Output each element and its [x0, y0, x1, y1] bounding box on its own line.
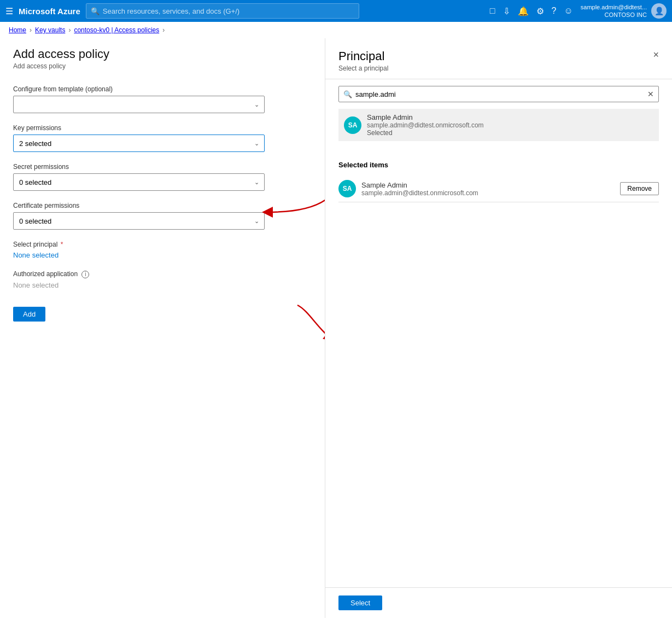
main-layout: Add access policy Add access policy Conf… — [0, 38, 672, 618]
secret-permissions-select-wrapper: 0 selected ⌄ — [13, 173, 265, 191]
principal-search-wrapper: 🔍 ✕ — [325, 79, 672, 109]
search-results: SA Sample Admin sample.admin@didtest.onm… — [325, 109, 672, 141]
help-icon[interactable]: ? — [552, 6, 557, 16]
template-select[interactable] — [13, 96, 265, 113]
user-info[interactable]: sample.admin@didtest... CONTOSO INC 👤 — [581, 3, 667, 19]
template-select-wrapper: ⌄ — [13, 96, 265, 113]
key-permissions-select[interactable]: 2 selected — [13, 135, 265, 152]
page-title: Add access policy — [13, 47, 312, 61]
cloud-shell-icon[interactable]: □ — [490, 6, 495, 16]
close-button[interactable]: × — [653, 49, 659, 61]
search-clear-icon[interactable]: ✕ — [647, 90, 654, 98]
user-org: CONTOSO INC — [581, 11, 647, 19]
right-panel-title: Principal — [338, 49, 388, 63]
global-search-input[interactable] — [103, 7, 354, 15]
cert-permissions-label: Certificate permissions — [13, 202, 312, 209]
avatar[interactable]: 👤 — [651, 3, 667, 19]
info-icon[interactable]: i — [81, 271, 89, 278]
selected-section-title: Selected items — [338, 161, 659, 169]
selected-item: SA Sample Admin sample.admin@didtest.onm… — [338, 176, 659, 202]
template-section: Configure from template (optional) ⌄ — [13, 85, 312, 113]
global-search-box[interactable]: 🔍 — [86, 3, 359, 19]
template-label: Configure from template (optional) — [13, 85, 312, 93]
left-panel: Add access policy Add access policy Conf… — [0, 38, 325, 618]
user-name: sample.admin@didtest... — [581, 3, 647, 11]
search-icon: 🔍 — [343, 90, 352, 98]
breadcrumb-sep3: › — [162, 26, 165, 34]
breadcrumb-accesspolicies[interactable]: contoso-kv0 | Access policies — [74, 26, 159, 34]
result-info: Sample Admin sample.admin@didtest.onmicr… — [367, 113, 484, 137]
selected-item-info: Sample Admin sample.admin@didtest.onmicr… — [361, 181, 615, 197]
authorized-app-label: Authorized application i — [13, 270, 312, 278]
settings-icon[interactable]: ⚙ — [536, 6, 544, 16]
smiley-icon[interactable]: ☺ — [564, 6, 572, 16]
breadcrumb: Home › Key vaults › contoso-kv0 | Access… — [0, 22, 672, 38]
notifications-icon[interactable]: 🔔 — [518, 6, 529, 16]
breadcrumb-sep1: › — [30, 26, 32, 34]
add-button[interactable]: Add — [13, 307, 45, 322]
principal-none-selected[interactable]: None selected — [13, 251, 59, 259]
feedback-icon[interactable]: ⇩ — [503, 6, 510, 16]
result-name: Sample Admin — [367, 113, 484, 121]
select-button[interactable]: Select — [338, 595, 382, 610]
secret-permissions-select[interactable]: 0 selected — [13, 173, 265, 191]
secret-permissions-section: Secret permissions 0 selected ⌄ — [13, 163, 312, 191]
avatar-icon: 👤 — [655, 7, 664, 15]
result-status: Selected — [367, 129, 484, 137]
result-avatar: SA — [344, 116, 361, 134]
right-panel-footer: Select — [325, 587, 672, 618]
hamburger-icon[interactable]: ☰ — [5, 6, 13, 16]
result-email: sample.admin@didtest.onmicrosoft.com — [367, 121, 484, 129]
breadcrumb-keyvaults[interactable]: Key vaults — [35, 26, 65, 34]
remove-button[interactable]: Remove — [620, 182, 659, 195]
authorized-app-section: Authorized application i None selected — [13, 270, 312, 289]
right-panel-subtitle: Select a principal — [338, 65, 388, 72]
selected-avatar: SA — [338, 180, 356, 197]
page-subtitle: Add access policy — [13, 62, 312, 70]
selected-section: Selected items SA Sample Admin sample.ad… — [325, 150, 672, 213]
required-marker: * — [61, 241, 63, 248]
breadcrumb-sep2: › — [68, 26, 71, 34]
principal-label: Select principal * — [13, 241, 312, 248]
top-navigation: ☰ Microsoft Azure 🔍 □ ⇩ 🔔 ⚙ ? ☺ sample.a… — [0, 0, 672, 22]
authorized-app-none: None selected — [13, 281, 59, 289]
right-panel: Principal Select a principal × 🔍 ✕ SA Sa… — [325, 38, 672, 618]
key-permissions-label: Key permissions — [13, 124, 312, 132]
selected-item-name: Sample Admin — [361, 181, 615, 189]
right-panel-header: Principal Select a principal × — [325, 38, 672, 79]
nav-icons: □ ⇩ 🔔 ⚙ ? ☺ sample.admin@didtest... CONT… — [490, 3, 667, 19]
key-permissions-section: Key permissions 2 selected ⌄ — [13, 124, 312, 152]
secret-permissions-label: Secret permissions — [13, 163, 312, 171]
cert-permissions-select[interactable]: 0 selected — [13, 212, 265, 230]
key-permissions-select-wrapper: 2 selected ⌄ — [13, 135, 265, 152]
cert-permissions-section: Certificate permissions 0 selected ⌄ — [13, 202, 312, 230]
principal-section: Select principal * None selected — [13, 241, 312, 259]
breadcrumb-home[interactable]: Home — [9, 26, 26, 34]
cert-permissions-select-wrapper: 0 selected ⌄ — [13, 212, 265, 230]
search-icon: 🔍 — [91, 7, 100, 15]
principal-search-input[interactable] — [355, 90, 644, 98]
selected-item-email: sample.admin@didtest.onmicrosoft.com — [361, 189, 615, 197]
result-item[interactable]: SA Sample Admin sample.admin@didtest.onm… — [338, 109, 659, 141]
brand-name: Microsoft Azure — [19, 7, 80, 16]
principal-search-box: 🔍 ✕ — [338, 86, 659, 102]
